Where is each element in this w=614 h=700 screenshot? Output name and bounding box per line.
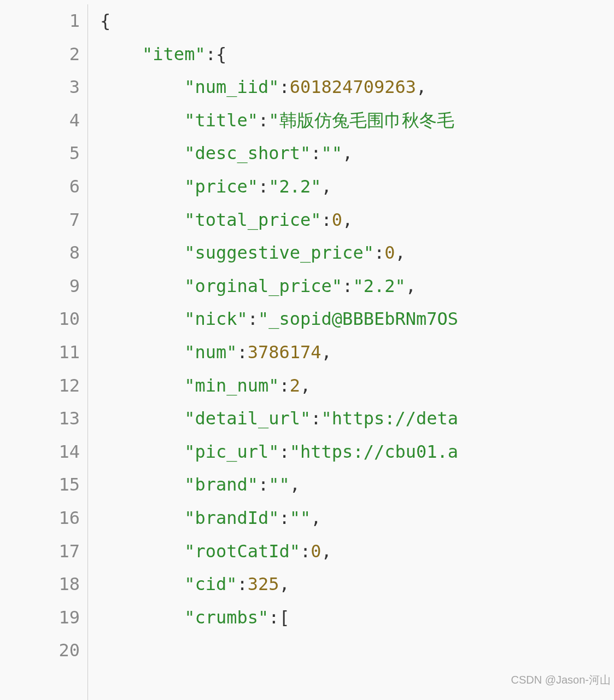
token-key: "orginal_price" — [184, 276, 342, 296]
code-line: "cid":325, — [100, 568, 458, 601]
code-content[interactable]: { "item":{ "num_iid":601824709263, "titl… — [88, 4, 458, 700]
line-number: 6 — [36, 170, 80, 203]
code-line: "brandId":"", — [100, 501, 458, 535]
token-punc: , — [311, 508, 321, 528]
token-key: "total_price" — [184, 209, 321, 230]
token-str: "https://deta — [321, 408, 458, 429]
code-line: "num_iid":601824709263, — [100, 71, 458, 104]
code-line: "brand":"", — [100, 468, 458, 501]
token-punc: , — [342, 209, 353, 230]
token-num: 601824709263 — [290, 77, 416, 97]
token-str: "https://cbu01.a — [290, 441, 458, 462]
line-number: 18 — [36, 568, 80, 601]
line-number: 3 — [36, 71, 80, 104]
line-number: 20 — [36, 634, 80, 667]
line-number: 7 — [36, 203, 80, 237]
token-key: "brandId" — [184, 508, 279, 528]
token-key: "num_iid" — [184, 77, 279, 97]
line-number: 1 — [36, 4, 80, 38]
token-key: "nick" — [184, 308, 248, 329]
token-punc: :{ — [206, 44, 227, 65]
token-str: "_sopid@BBBEbRNm7OS — [258, 308, 458, 329]
token-key: "item" — [142, 44, 206, 65]
code-line — [100, 634, 458, 667]
line-number: 8 — [36, 236, 80, 270]
token-punc: , — [342, 143, 353, 164]
token-punc: : — [279, 375, 290, 396]
token-punc: : — [237, 574, 247, 594]
token-str: "" — [268, 474, 290, 495]
token-num: 0 — [384, 242, 395, 263]
code-line: "min_num":2, — [100, 369, 458, 402]
code-line: "total_price":0, — [100, 203, 458, 237]
token-key: "suggestive_price" — [184, 242, 374, 263]
token-punc: : — [237, 342, 247, 363]
token-num: 0 — [332, 209, 342, 230]
token-key: "min_num" — [184, 375, 279, 396]
token-punc: , — [395, 242, 405, 263]
line-number: 5 — [36, 137, 80, 170]
line-number: 10 — [36, 302, 80, 336]
code-line: { — [100, 4, 458, 38]
token-str: "韩版仿兔毛围巾秋冬毛 — [268, 110, 454, 131]
token-punc: : — [311, 143, 321, 164]
token-key: "cid" — [184, 574, 237, 594]
line-number: 19 — [36, 601, 80, 634]
line-number-gutter: 1234567891011121314151617181920 — [36, 4, 88, 700]
token-punc: , — [321, 176, 332, 197]
token-punc: { — [100, 10, 110, 31]
line-number: 16 — [36, 501, 80, 535]
code-line: "suggestive_price":0, — [100, 236, 458, 270]
token-key: "brand" — [184, 474, 258, 495]
watermark: CSDN @Jason-河山 — [511, 663, 611, 697]
line-number: 13 — [36, 402, 80, 435]
token-key: "num" — [184, 342, 237, 363]
token-punc: : — [279, 77, 290, 97]
code-editor: 1234567891011121314151617181920 { "item"… — [0, 0, 614, 700]
code-line: "detail_url":"https://deta — [100, 402, 458, 435]
line-number: 11 — [36, 336, 80, 369]
line-number: 15 — [36, 468, 80, 501]
token-punc: : — [258, 474, 268, 495]
token-punc: : — [258, 176, 268, 197]
token-punc: : — [342, 276, 353, 296]
line-number: 17 — [36, 535, 80, 568]
token-str: "2.2" — [353, 276, 405, 296]
token-num: 325 — [248, 574, 279, 594]
token-str: "" — [321, 143, 343, 164]
token-punc: : — [248, 308, 258, 329]
token-punc: , — [290, 474, 300, 495]
token-key: "crumbs" — [184, 607, 268, 628]
token-punc: , — [321, 541, 332, 562]
code-line: "num":3786174, — [100, 336, 458, 369]
line-number: 9 — [36, 270, 80, 303]
token-punc: : — [321, 209, 332, 230]
token-num: 0 — [311, 541, 321, 562]
code-line: "item":{ — [100, 38, 458, 71]
token-num: 3786174 — [248, 342, 321, 363]
token-punc: : — [300, 541, 311, 562]
token-key: "desc_short" — [184, 143, 311, 164]
token-key: "detail_url" — [184, 408, 311, 429]
code-line: "pic_url":"https://cbu01.a — [100, 435, 458, 469]
code-line: "desc_short":"", — [100, 137, 458, 170]
token-str: "" — [290, 508, 311, 528]
token-key: "title" — [184, 110, 258, 131]
code-line: "title":"韩版仿兔毛围巾秋冬毛 — [100, 104, 458, 137]
token-punc: : — [258, 110, 268, 131]
token-punc: : — [279, 441, 290, 462]
token-str: "2.2" — [268, 176, 321, 197]
code-line: "price":"2.2", — [100, 170, 458, 203]
token-punc: , — [406, 276, 416, 296]
token-key: "rootCatId" — [184, 541, 300, 562]
token-punc: , — [279, 574, 290, 594]
code-line: "rootCatId":0, — [100, 535, 458, 568]
token-punc: , — [321, 342, 332, 363]
token-key: "pic_url" — [184, 441, 279, 462]
code-line: "orginal_price":"2.2", — [100, 270, 458, 303]
token-punc: , — [300, 375, 311, 396]
code-line: "crumbs":[ — [100, 601, 458, 634]
code-line: "nick":"_sopid@BBBEbRNm7OS — [100, 302, 458, 336]
token-punc: , — [416, 77, 426, 97]
token-punc: : — [374, 242, 384, 263]
